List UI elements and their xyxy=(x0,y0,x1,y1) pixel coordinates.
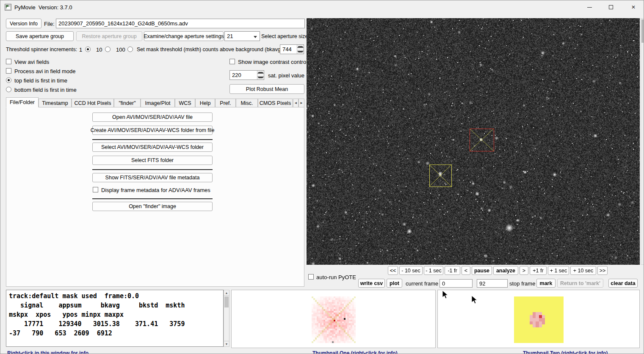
aperture-size-select[interactable]: 21 xyxy=(224,31,260,41)
threshold-option-10-label: 10 xyxy=(96,47,102,53)
play-backward-button[interactable]: < xyxy=(462,266,470,275)
bottom-field-first-label: bottom field is first in time xyxy=(14,87,77,93)
maximize-icon xyxy=(609,5,613,9)
seek-end-button[interactable]: >> xyxy=(597,266,608,275)
forward-1frame-button[interactable]: +1 fr xyxy=(530,266,547,275)
star-field-view[interactable] xyxy=(307,18,640,265)
select-wcs-folder-button[interactable]: Select AVI/MOV/SER/ADV/AAV-WCS folder xyxy=(92,143,213,152)
console-scrollbar[interactable]: ▲ ▼ xyxy=(224,290,229,347)
file-label: File: xyxy=(44,21,55,27)
mask-threshold-spinner[interactable]: 744 xyxy=(280,44,304,54)
auto-run-pyote-label: auto-run PyOTE xyxy=(316,274,356,280)
tab-scroll-right-icon[interactable]: ► xyxy=(299,99,304,107)
analyze-button[interactable]: analyze xyxy=(493,266,518,275)
top-field-first-label: top field is first in time xyxy=(14,77,67,84)
mask-threshold-label: Set mask threshold (mskth) counts above … xyxy=(137,47,282,52)
pause-button[interactable]: pause xyxy=(472,266,492,275)
thumbnail-one-canvas xyxy=(312,296,356,343)
plot-button[interactable]: plot xyxy=(387,279,402,288)
minimize-button[interactable] xyxy=(580,0,599,14)
plot-robust-mean-button[interactable]: Plot Robust Mean xyxy=(229,84,304,94)
display-frame-metadata-label: Display frame metadata for ADV/AAV frame… xyxy=(101,187,210,193)
minimize-icon xyxy=(587,7,592,8)
mark-button[interactable]: mark xyxy=(536,279,556,288)
titlebar: PyMovie Version: 3.7.0 ✕ xyxy=(0,0,644,14)
open-finder-image-button[interactable]: Open "finder" image xyxy=(92,202,213,211)
console-text: track:default mask used frame:0.0 signal… xyxy=(6,290,223,339)
file-path-input[interactable]: 20230907_205950_1624x1240_G24dB_0650ms.a… xyxy=(56,19,305,28)
view-avi-fields-label: View avi fields xyxy=(14,59,49,65)
forward-1sec-button[interactable]: + 1 sec xyxy=(548,266,569,275)
thumbnail-two-canvas xyxy=(514,296,564,343)
tab-scroll-left-icon[interactable]: ◄ xyxy=(293,99,299,107)
open-avi-file-button[interactable]: Open AVI/MOV/SER/ADV/AAV file xyxy=(92,113,213,122)
close-button[interactable]: ✕ xyxy=(623,0,644,14)
tab-misc[interactable]: Misc. xyxy=(236,99,258,107)
version-info-button[interactable]: Version Info xyxy=(6,19,41,28)
scroll-up-icon[interactable]: ▲ xyxy=(224,290,229,296)
tab-finder[interactable]: "finder" xyxy=(114,99,141,107)
cursor-icon xyxy=(442,290,449,299)
play-forward-button[interactable]: > xyxy=(520,266,528,275)
tab-timestamp[interactable]: Timestamp xyxy=(39,99,72,107)
view-avi-fields-checkbox[interactable] xyxy=(6,59,11,64)
show-file-metadata-button[interactable]: Show FITS/SER/ADV/AAV file metadata xyxy=(92,173,213,182)
separator xyxy=(92,198,213,199)
sat-pixel-label: sat. pixel value xyxy=(268,72,304,79)
seek-start-button[interactable]: << xyxy=(388,266,398,275)
save-aperture-group-button[interactable]: Save aperture group xyxy=(6,31,74,41)
console-caption: Right-click in this window for info xyxy=(7,350,134,354)
auto-run-pyote-checkbox[interactable] xyxy=(308,274,314,280)
display-frame-metadata-checkbox[interactable] xyxy=(93,187,98,192)
tab-image-plot[interactable]: Image/Plot xyxy=(141,99,175,107)
cursor-icon xyxy=(471,295,478,305)
thumbnail-two-caption: Thumbnail Two (right-click for info) xyxy=(523,350,637,354)
maximize-button[interactable] xyxy=(601,0,621,14)
tab-pref[interactable]: Pref. xyxy=(215,99,236,107)
spin-up-icon[interactable] xyxy=(297,45,304,49)
select-fits-folder-button[interactable]: Select FITS folder xyxy=(92,156,213,165)
tab-file-folder[interactable]: File/Folder xyxy=(6,97,39,107)
scroll-down-icon[interactable]: ▼ xyxy=(224,341,229,346)
clear-data-button[interactable]: clear data xyxy=(608,279,638,288)
mask-threshold-value: 744 xyxy=(282,46,292,52)
show-contrast-checkbox[interactable] xyxy=(229,59,235,64)
chevron-down-icon xyxy=(254,36,257,38)
thumbnail-two-panel xyxy=(437,290,640,348)
spin-down-icon[interactable] xyxy=(257,75,264,80)
return-to-mark-button[interactable]: Return to 'mark' xyxy=(557,279,603,288)
bottom-field-first-radio[interactable] xyxy=(6,87,11,92)
create-wcs-folder-button[interactable]: Create AVI/MOV/SER/ADV/AAV-WCS folder fr… xyxy=(92,126,213,135)
app-icon xyxy=(5,4,11,11)
current-frame-label: current frame xyxy=(406,280,438,287)
tab-wcs[interactable]: WCS xyxy=(175,99,195,107)
stop-frame-label: stop frame xyxy=(509,280,535,287)
stop-frame-input[interactable]: 92 xyxy=(477,279,508,288)
back-1frame-button[interactable]: -1 fr xyxy=(445,266,460,275)
aperture-size-value: 21 xyxy=(227,33,233,39)
tab-cmos-pixels[interactable]: CMOS Pixels xyxy=(258,99,293,107)
forward-10sec-button[interactable]: + 10 sec xyxy=(570,266,596,275)
sat-pixel-value: 220 xyxy=(232,72,241,78)
restore-aperture-group-button[interactable]: Restore aperture group xyxy=(76,31,142,41)
back-10sec-button[interactable]: - 10 sec xyxy=(399,266,423,275)
tab-ccd-hot-pixels[interactable]: CCD Hot Pixels xyxy=(72,99,114,107)
app-window: PyMovie Version: 3.7.0 ✕ Version Info Fi… xyxy=(0,0,644,354)
scrollbar-thumb[interactable] xyxy=(224,296,229,307)
write-csv-button[interactable]: write csv xyxy=(358,279,385,288)
process-avi-field-mode-checkbox[interactable] xyxy=(6,68,11,74)
separator xyxy=(92,169,213,170)
sat-pixel-spinner[interactable]: 220 xyxy=(229,70,264,80)
spin-up-icon[interactable] xyxy=(257,71,264,75)
back-1sec-button[interactable]: - 1 sec xyxy=(424,266,443,275)
tab-help[interactable]: Help xyxy=(195,99,215,107)
spin-down-icon[interactable] xyxy=(297,49,304,54)
threshold-option-10-radio[interactable] xyxy=(105,47,111,52)
image-vertical-scrollbar[interactable] xyxy=(641,18,644,265)
current-frame-input[interactable]: 0 xyxy=(439,279,473,288)
examine-aperture-settings-button[interactable]: Examine/change aperture settings xyxy=(144,31,224,41)
top-field-first-radio[interactable] xyxy=(6,77,11,83)
threshold-option-1-radio[interactable] xyxy=(85,47,91,52)
scrollbar-thumb[interactable] xyxy=(641,19,644,43)
threshold-option-100-radio[interactable] xyxy=(127,47,133,52)
